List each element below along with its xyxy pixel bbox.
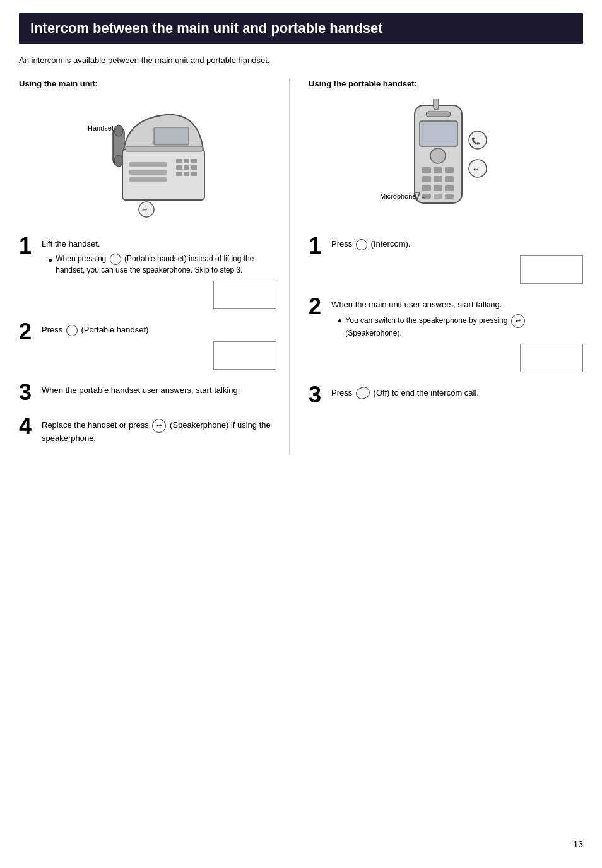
svg-rect-32: [445, 176, 454, 182]
svg-point-26: [430, 148, 446, 163]
right-step-2-bullets: ● You can switch to the speakerphone by …: [331, 314, 583, 339]
page-number: 13: [573, 839, 583, 849]
circle-icon-1: [110, 254, 121, 265]
step-1-bullet-1: ● When pressing (Portable handset) inste…: [48, 254, 276, 276]
svg-rect-12: [184, 165, 189, 170]
svg-rect-24: [426, 112, 451, 117]
right-step-2-text: When the main unit user answers, start t…: [331, 299, 583, 310]
step-number-4: 4: [19, 415, 38, 438]
step-1-bullet-text: When pressing (Portable handset) instead…: [56, 254, 276, 276]
circle-icon-2: [66, 325, 78, 336]
page-header: Intercom between the main unit and porta…: [19, 13, 583, 44]
svg-text:↩: ↩: [473, 166, 478, 173]
svg-rect-37: [434, 194, 442, 199]
svg-rect-23: [434, 99, 439, 110]
svg-rect-27: [422, 167, 431, 173]
right-step-2-content: When the main unit user answers, start t…: [331, 295, 583, 372]
speakerphone-icon-1: [152, 419, 166, 433]
svg-rect-30: [422, 176, 431, 182]
svg-rect-7: [126, 146, 203, 151]
fax-machine-svg: Handset: [78, 99, 217, 219]
portable-handset-illustration: 📞 ↩ Microphone: [309, 96, 583, 222]
right-column: Using the portable handset:: [290, 79, 583, 455]
page-number-container: 13: [573, 839, 583, 849]
right-step-1: 1 Press (Intercom).: [309, 235, 583, 284]
left-step-3: 3 When the portable handset user answers…: [19, 381, 276, 404]
step-4-text: Replace the handset or press (Speakerpho…: [42, 419, 276, 444]
left-step-2: 2 Press (Portable handset).: [19, 320, 276, 370]
svg-rect-17: [129, 162, 167, 167]
right-step-3: 3 Press (Off) to end the intercom call.: [309, 384, 583, 406]
bullet-dot-2: ●: [338, 315, 342, 326]
step-2-image-box: [213, 341, 276, 370]
step-1-image-box: [213, 281, 276, 309]
right-step-1-text: Press (Intercom).: [331, 238, 583, 250]
svg-rect-18: [129, 170, 167, 175]
svg-rect-15: [184, 172, 189, 176]
svg-rect-6: [154, 127, 189, 145]
svg-rect-16: [191, 172, 197, 176]
svg-rect-8: [176, 159, 182, 163]
step-number-3: 3: [19, 381, 38, 404]
speakerphone-icon-2: [511, 314, 525, 328]
right-step-number-3: 3: [309, 384, 328, 406]
portable-handset-svg: 📞 ↩ Microphone: [377, 99, 516, 219]
right-step-2: 2 When the main unit user answers, start…: [309, 295, 583, 372]
svg-rect-25: [420, 121, 457, 146]
svg-rect-9: [184, 159, 189, 163]
svg-rect-29: [445, 167, 454, 173]
svg-point-3: [114, 125, 123, 136]
svg-rect-38: [445, 194, 454, 199]
svg-rect-33: [422, 185, 431, 191]
left-step-4: 4 Replace the handset or press (Speakerp…: [19, 415, 276, 444]
right-step-2-bullet: ● You can switch to the speakerphone by …: [338, 314, 583, 339]
off-button-icon: [355, 385, 372, 401]
step-2-content: Press (Portable handset).: [42, 320, 276, 370]
intro-text: An intercom is available between the mai…: [19, 56, 583, 65]
step-3-text: When the portable handset user answers, …: [42, 385, 276, 396]
right-step-1-image-box: [520, 255, 583, 284]
svg-rect-10: [191, 159, 197, 163]
right-step-2-image-box: [520, 344, 583, 372]
fax-illustration: Handset: [19, 96, 276, 222]
left-column: Using the main unit: Handset: [19, 79, 290, 455]
svg-rect-13: [191, 165, 197, 170]
right-step-3-content: Press (Off) to end the intercom call.: [331, 384, 583, 399]
right-step-number-1: 1: [309, 235, 328, 257]
right-step-number-2: 2: [309, 295, 328, 318]
svg-text:Microphone: Microphone: [380, 192, 416, 200]
step-1-content: Lift the handset. ● When pressing (Porta…: [42, 235, 276, 309]
step-number-1: 1: [19, 235, 38, 257]
svg-text:↩: ↩: [142, 206, 147, 213]
svg-text:📞: 📞: [471, 136, 480, 145]
left-step-1: 1 Lift the handset. ● When pressing (Por…: [19, 235, 276, 309]
right-section-title: Using the portable handset:: [309, 79, 583, 88]
svg-rect-28: [434, 167, 442, 173]
right-step-2-bullet-text: You can switch to the speakerphone by pr…: [345, 314, 583, 339]
right-step-3-text: Press (Off) to end the intercom call.: [331, 387, 583, 399]
svg-rect-11: [176, 165, 182, 170]
svg-rect-14: [176, 172, 182, 176]
bullet-dot: ●: [48, 255, 52, 266]
svg-text:Handset: Handset: [88, 124, 114, 132]
step-1-bullets: ● When pressing (Portable handset) inste…: [42, 254, 276, 276]
step-1-text: Lift the handset.: [42, 238, 276, 250]
page-title: Intercom between the main unit and porta…: [30, 20, 383, 36]
step-3-content: When the portable handset user answers, …: [42, 381, 276, 396]
step-2-text: Press (Portable handset).: [42, 324, 276, 336]
circle-icon-intercom: [356, 239, 367, 250]
svg-rect-34: [434, 185, 442, 191]
svg-rect-35: [445, 185, 454, 191]
right-step-1-content: Press (Intercom).: [331, 235, 583, 284]
svg-rect-31: [434, 176, 442, 182]
step-number-2: 2: [19, 320, 38, 343]
step-4-content: Replace the handset or press (Speakerpho…: [42, 415, 276, 444]
svg-rect-19: [129, 177, 167, 182]
left-section-title: Using the main unit:: [19, 79, 276, 88]
svg-point-4: [114, 155, 123, 167]
